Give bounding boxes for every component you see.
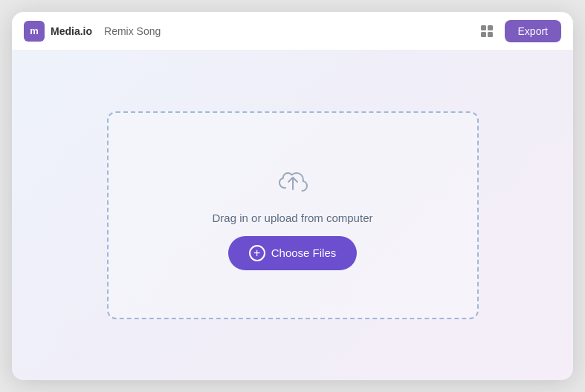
drag-text: Drag in or upload from computer <box>213 212 373 224</box>
app-logo: m <box>24 21 45 42</box>
titlebar-actions: Export <box>478 20 561 42</box>
choose-files-label: Choose Files <box>271 246 337 259</box>
choose-files-button[interactable]: + Choose Files <box>228 236 358 270</box>
titlebar: m Media.io Remix Song Export <box>12 12 573 50</box>
svg-rect-2 <box>481 32 486 37</box>
svg-rect-0 <box>481 25 486 30</box>
app-window: m Media.io Remix Song Export <box>12 12 573 380</box>
export-button[interactable]: Export <box>505 20 561 42</box>
plus-circle-icon: + <box>249 245 265 261</box>
svg-rect-1 <box>488 25 493 30</box>
drop-zone[interactable]: Drag in or upload from computer + Choose… <box>107 111 479 319</box>
app-name: Media.io <box>51 25 92 37</box>
main-content: Drag in or upload from computer + Choose… <box>12 50 573 380</box>
logo-area: m Media.io Remix Song <box>24 21 161 42</box>
svg-rect-3 <box>488 32 493 37</box>
upload-cloud-icon <box>274 161 312 200</box>
grid-icon[interactable] <box>478 22 496 40</box>
page-title: Remix Song <box>104 25 161 37</box>
